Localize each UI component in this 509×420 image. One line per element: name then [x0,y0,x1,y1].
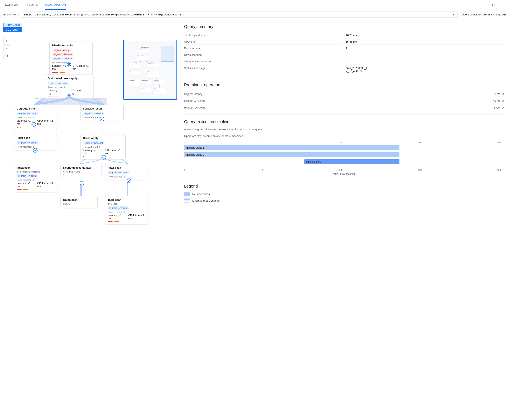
tab-explanation[interactable]: EXPLANATION [45,0,66,10]
svg-rect-43 [154,90,158,90]
badge-highest-row-count: Highest row count [48,82,69,85]
zoom-controls: + − ↺ [3,38,10,59]
connector-check2 [99,116,105,122]
axis-b-100: 100 [261,169,264,171]
timeline-chart: 0 100 200 300 400 Machine group 1 [184,141,504,175]
latency-bar [108,221,113,222]
cpu-bar [60,72,65,73]
top-tabs-bar: SCHEMA RESULTS EXPLANATION [0,0,509,10]
node-rows: Rows returned: 1 [52,61,90,64]
stat-value-optimizer: 4 [346,59,504,64]
cpu-bar [63,174,64,175]
zoom-out-button[interactable]: − [3,45,10,52]
cpu-bar [20,127,21,128]
node-latency: Latency: <1 ms [48,89,66,95]
node-batch-scan[interactable]: Batch scan on $v2 [60,196,97,208]
prom-row-latency: Highest latency <1 ms ⊙ [184,90,504,98]
flow-indicator [41,98,107,105]
stat-value-cpu: 15.36 ms [346,39,504,45]
node-stats-row: Latency: <1 ms CPU time: <1 ms [108,214,146,220]
legend-title: Legend [184,184,504,188]
badge-highest-row-count: Highest row count [108,171,129,174]
node-latency: Latency: <1 ms [52,64,68,70]
connector-circle-1 [67,63,71,66]
node-title: Filter scan [108,166,146,169]
node-title: Compute struct [17,107,55,110]
svg-text:Serialize result: Serialize result [148,63,155,64]
connector-check7 [79,180,85,187]
timeline-bar-2: Machine group 2 [184,152,399,157]
latency-bar [52,72,58,73]
diagram-canvas[interactable]: Distributed union Highest latency Highes… [0,19,179,419]
prom-row-cpu: Highest CPU time <1 ms ⊙ [184,98,504,104]
timeline-bar-row-3: Machine grou [184,159,501,165]
zoom-reset-button[interactable]: ↺ [3,53,10,59]
axis-b-200: 200 [339,169,343,171]
link-icon-cpu[interactable]: ⊙ [502,99,504,102]
svg-rect-31 [148,73,152,74]
connector-check6 [100,154,107,161]
stat-label-rows-scanned: Rows scanned [184,52,342,58]
node-latency: Latency: <1 ms [17,119,32,125]
node-cpu: CPU time: <1 ms [63,171,99,173]
timeline-bars-area: Machine group 1 Machine group 2 Machine … [184,145,504,168]
stats-grid: Total elapsed time 16.23 ms CPU time 15.… [184,32,504,74]
query-bar: Explanation › SELECT s.SongName, s.Durat… [0,10,509,19]
axis-300: 300 [418,141,422,144]
axis-400: 400 [497,141,501,144]
svg-text:Cross apply: Cross apply [148,71,153,73]
legend-icon-rows [184,192,190,196]
legend-icon-machine [184,198,190,202]
node-table-scan[interactable]: Table scan on Songs Highest row count Ro… [105,196,148,225]
cpu-bar [54,97,59,98]
svg-text:Keyrangeacc...: Keyrangeacc... [142,80,149,81]
node-index-scan[interactable]: Index scan on SongsBySongName Highest ro… [14,164,57,192]
axis-b-0: 0 [184,169,185,171]
stat-label-rows-returned: Rows returned [184,45,342,51]
link-icon-latency[interactable]: ⊙ [502,92,504,96]
fullscreen-icon[interactable] [491,2,496,8]
tab-results[interactable]: RESULTS [24,0,38,10]
svg-point-9 [102,155,106,159]
badge-highest-row-count: Highest row count [108,206,129,210]
vline-2 [35,124,35,134]
vline-4 [35,187,35,196]
node-title: Distributed cross apply [48,77,91,80]
zoom-in-button[interactable]: + [3,38,10,45]
link-icon-rowcount[interactable]: ⊙ [502,106,504,109]
connector-check [30,121,37,128]
node-cpu: CPU time: <1 ms [37,119,55,125]
tab-group: SCHEMA RESULTS EXPLANATION [5,0,66,10]
node-cpu: CPU time: <1 ms [128,214,146,220]
tab-actions [491,2,504,8]
svg-rect-19 [137,57,142,57]
svg-rect-15 [143,48,148,49]
node-distributed-union[interactable]: Distributed union Highest latency Highes… [49,42,93,75]
svg-text:Compute struct: Compute struct [129,63,137,64]
stat-label-optimizer: Query optimizer version [184,59,342,64]
svg-point-7 [100,117,104,121]
stat-value-stats: auto_20230608_17_57_46UTC [346,65,504,74]
mini-map[interactable]: Distributed union Distributed cross appl… [123,40,177,100]
badge-highest-row-count: Highest row count [83,112,105,115]
connector-check8 [126,178,132,184]
expanded-view-button[interactable]: EXPANDED [3,23,22,27]
chevron-down-icon[interactable] [499,2,504,8]
legend-section: Legend Returned rows Machine group chang… [184,184,504,202]
query-selector[interactable]: SELECT s.SongName, s.Duration FROM Songs… [21,12,457,17]
svg-text:Distributed union: Distributed union [141,46,149,48]
cpu-bar [23,189,28,190]
main-layout: EXPANDED COMPACT + − ↺ [0,19,509,419]
node-badges: Highest latency Highest CPU time Highest… [52,48,90,60]
node-keyrangeaccumulator[interactable]: Keyrangeaccumulator CPU time: <1 ms [60,164,102,177]
prom-label-cpu: Highest CPU time [184,99,205,102]
mini-map-svg: Distributed union Distributed cross appl… [124,40,177,100]
tab-schema[interactable]: SCHEMA [5,0,18,10]
node-stats-row: Latency: <1 ms CPU time: <1 ms [48,89,91,95]
timeline-title: Query execution timeline [184,120,504,124]
connector-circle-2 [67,95,71,98]
compact-view-button[interactable]: COMPACT [3,27,22,32]
prom-value-cpu: <1 ms ⊙ [493,99,504,102]
node-rows: Rows returned: 1 [108,211,146,213]
timeline-bar-3: Machine grou [304,159,399,164]
